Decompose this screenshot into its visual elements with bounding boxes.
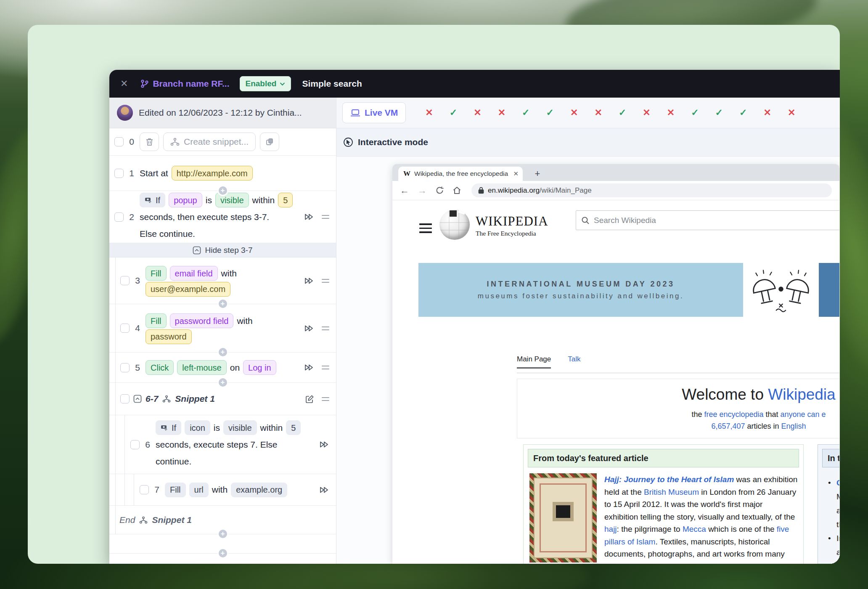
inline-link[interactable]: Mecca [683,525,706,533]
step-row-2[interactable]: 2 If popup is [109,191,336,243]
news-item-line[interactable]: •Cyc [818,476,839,490]
delete-step-button[interactable] [140,133,159,151]
fast-forward-icon[interactable] [304,213,314,220]
new-tab-button[interactable]: + [531,167,544,180]
chip-target[interactable]: email field [170,266,218,281]
tab-main-page[interactable]: Main Page [517,355,551,369]
news-item-line: and [818,504,839,517]
welcome-subtitle[interactable]: the free encyclopedia that anyone can e [517,409,839,420]
add-step-connector[interactable]: + [217,185,228,196]
chip-value[interactable]: user@example.com [146,282,230,297]
step-checkbox[interactable] [120,276,130,285]
chip-subject[interactable]: icon [185,420,210,435]
back-icon[interactable]: ← [400,186,409,195]
step-checkbox[interactable] [120,363,130,372]
news-item-line[interactable]: •In th [818,531,839,545]
inline-link[interactable]: free encyclopedia [704,410,763,419]
fast-forward-icon[interactable] [304,277,314,284]
drag-handle-icon[interactable] [322,366,329,369]
chip-timeout[interactable]: 5 [278,193,293,207]
museum-day-banner[interactable]: INTERNATIONAL MUSEUM DAY 2023 museums fo… [418,263,839,317]
welcome-title[interactable]: Welcome to Wikipedia [517,385,839,404]
drag-handle-icon[interactable] [322,279,329,283]
step-checkbox[interactable] [114,212,124,222]
collapse-icon[interactable] [130,395,146,403]
chip-value[interactable]: Log in [243,360,276,375]
inline-link[interactable]: British Museum [644,488,699,496]
live-vm-button[interactable]: Live VM [342,102,406,123]
chip-value[interactable]: example.org [231,483,287,497]
inline-link[interactable]: Hajj: Journey to the Heart of Islam [604,475,734,484]
close-icon[interactable]: ✕ [120,78,128,89]
drag-handle-icon[interactable] [322,397,329,401]
chip-action[interactable]: Fill [146,313,167,328]
enabled-dropdown[interactable]: Enabled [240,76,291,91]
tab-close-icon[interactable]: ✕ [513,170,519,178]
step-row-6[interactable]: 6 If icon is [109,415,336,474]
wikipedia-wordmark[interactable]: WIKIPEDIA [476,214,548,229]
chip-state[interactable]: visible [223,420,257,435]
chip-target[interactable]: url [189,483,209,497]
drag-handle-icon[interactable] [322,326,329,330]
text-run[interactable]: /wiki/Main_Page [540,186,592,194]
home-icon[interactable] [453,186,461,195]
chip-timeout[interactable]: 5 [286,420,301,435]
search-input[interactable] [594,216,839,225]
fast-forward-icon[interactable] [319,486,329,493]
forward-icon[interactable]: → [418,186,427,195]
wikipedia-globe-logo[interactable] [439,210,470,240]
inline-link[interactable]: anyone can e [781,410,826,419]
add-step-connector[interactable]: + [217,298,228,309]
avatar[interactable] [117,105,133,121]
live-vm-label: Live VM [365,108,398,118]
tab-talk[interactable]: Talk [568,355,580,369]
inline-link[interactable]: Wikipedia [768,386,835,403]
edit-icon[interactable] [305,395,314,403]
fast-forward-icon[interactable] [304,325,314,332]
text-run[interactable]: en.wikipedia.org [488,186,540,194]
chip-start-url[interactable]: http://example.com [172,166,253,180]
chip-subject[interactable]: popup [169,193,202,207]
hamburger-menu-icon[interactable] [419,223,432,233]
chip-if-condition[interactable]: If [156,420,181,435]
step-checkbox[interactable] [114,169,124,178]
chip-if-condition[interactable]: If [140,193,165,207]
inline-link[interactable]: hajj [604,525,617,533]
step-checkbox[interactable] [130,440,140,449]
duplicate-step-button[interactable] [260,133,279,151]
step-checkbox[interactable] [120,394,130,403]
step-row-1[interactable]: 1 Start at http://example.com + [109,156,336,191]
step-row-3[interactable]: 3 Fill email field with user@example.com [109,257,336,304]
chip-value[interactable]: password [146,329,192,344]
add-step-connector[interactable]: + [217,377,228,388]
step-row-7[interactable]: 7 Fill url with example.org [109,474,336,506]
drag-handle-icon[interactable] [322,215,329,219]
add-step-connector[interactable]: + [217,347,228,358]
chip-target[interactable]: password field [170,313,234,328]
hajj-certificate-image[interactable] [529,473,597,562]
add-step-connector[interactable]: + [217,548,228,559]
wikipedia-search-box[interactable] [576,210,839,230]
inline-link[interactable]: 6,657,407 [711,422,745,430]
chip-action[interactable]: Fill [165,483,186,497]
chip-action[interactable]: Fill [146,266,167,281]
create-snippet-button[interactable]: Create snippet... [163,133,256,151]
chip-target[interactable]: left-mouse [177,360,226,375]
article-count-line[interactable]: 6,657,407 articles in English [517,420,839,432]
step-checkbox[interactable] [120,324,130,333]
step-row-4[interactable]: 4 Fill password field with password [109,304,336,353]
branch-selector[interactable]: Branch name RF... [140,79,229,89]
browser-tab[interactable]: W Wikipedia, the free encyclopedia ✕ [398,167,523,181]
step-checkbox[interactable] [114,137,124,146]
featured-article-text[interactable]: Hajj: Journey to the Heart of Islam was … [598,473,798,564]
add-step-connector[interactable]: + [217,528,228,539]
reload-icon[interactable] [435,186,444,195]
url-bar[interactable]: en.wikipedia.org/wiki/Main_Page [471,183,832,197]
inline-link[interactable]: English [781,422,806,430]
chip-action[interactable]: Click [146,360,174,375]
fast-forward-icon[interactable] [319,441,329,448]
step-checkbox[interactable] [140,485,149,494]
inline-link[interactable]: Cyc [836,478,839,487]
fast-forward-icon[interactable] [304,364,314,371]
git-branch-icon [140,79,149,88]
